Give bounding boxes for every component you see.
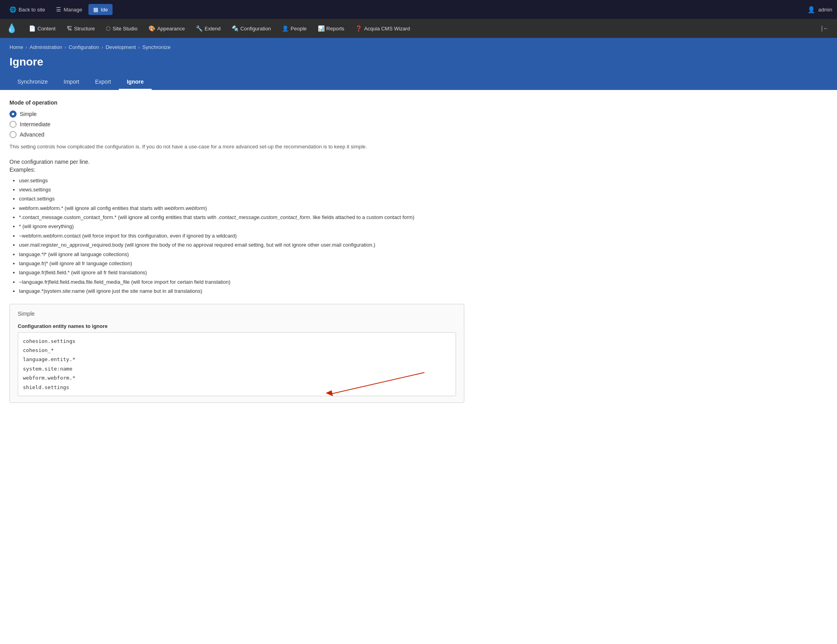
nav-item-reports[interactable]: 📊 Reports: [312, 19, 350, 38]
info-title: One configuration name per line.: [9, 159, 464, 165]
example-2: views.settings: [19, 185, 464, 194]
example-6: * (will ignore everything): [19, 222, 464, 231]
nav-item-acquia[interactable]: ❓ Acquia CMS Wizard: [350, 19, 415, 38]
example-9: language.*l* (will ignore all language c…: [19, 250, 464, 259]
extend-icon: 🔧: [196, 25, 203, 32]
breadcrumb-sep-3: ›: [101, 44, 103, 50]
example-3: contact.settings: [19, 194, 464, 203]
nav-item-configuration[interactable]: 🔩 Configuration: [226, 19, 276, 38]
nav-item-appearance[interactable]: 🎨 Appearance: [143, 19, 190, 38]
mode-radio-group: Simple Intermediate Advanced: [9, 110, 464, 138]
structure-icon: 🏗: [67, 25, 72, 32]
mode-description: This setting controls how complicated th…: [9, 143, 464, 151]
simple-box-title: Simple: [18, 311, 456, 317]
example-11: language.fr|field.field.* (will ignore a…: [19, 268, 464, 277]
example-8: user.mail:register_no_approval_required.…: [19, 240, 464, 249]
radio-advanced[interactable]: Advanced: [9, 131, 464, 138]
info-section: One configuration name per line. Example…: [9, 159, 464, 296]
breadcrumb-home[interactable]: Home: [9, 44, 23, 50]
user-icon: 👤: [807, 6, 815, 13]
examples-list: user.settings views.settings contact.set…: [9, 176, 464, 296]
appearance-icon: 🎨: [148, 25, 155, 32]
breadcrumb-development[interactable]: Development: [105, 44, 136, 50]
nav-collapse-button[interactable]: |←: [816, 25, 834, 32]
tab-export[interactable]: Export: [87, 75, 119, 90]
ide-icon: ▦: [93, 6, 98, 13]
manage-button[interactable]: ☰ Manage: [51, 4, 87, 15]
tab-ignore[interactable]: Ignore: [119, 75, 152, 90]
breadcrumb-sep-1: ›: [26, 44, 27, 50]
info-subtitle: Examples:: [9, 167, 464, 173]
field-label-config-names: Configuration entity names to ignore: [18, 323, 456, 329]
nav-item-people[interactable]: 👤 People: [276, 19, 312, 38]
content-icon: 📄: [29, 25, 36, 32]
site-studio-icon: ⬡: [106, 25, 111, 32]
example-12: ~language.fr|field.field.media.file.fiel…: [19, 277, 464, 286]
reports-icon: 📊: [318, 25, 325, 32]
people-icon: 👤: [282, 25, 289, 32]
breadcrumb-sep-2: ›: [64, 44, 66, 50]
tab-synchronize[interactable]: Synchronize: [9, 75, 56, 90]
radio-circle-intermediate: [9, 121, 17, 128]
nav-item-extend[interactable]: 🔧 Extend: [190, 19, 226, 38]
menu-icon: ☰: [56, 6, 61, 13]
drupal-logo: 💧: [3, 23, 20, 34]
breadcrumb-configuration[interactable]: Configuration: [69, 44, 99, 50]
radio-circle-simple: [9, 110, 17, 118]
config-textarea[interactable]: cohesion.settings cohesion_* language.en…: [18, 332, 456, 396]
example-7: ~webform.webform.contact (will force imp…: [19, 231, 464, 240]
page-title: Ignore: [9, 52, 828, 75]
nav-item-structure[interactable]: 🏗 Structure: [61, 19, 101, 38]
admin-bar-right: 👤 admin: [807, 6, 832, 13]
example-5: *.contact_message.custom_contact_form.* …: [19, 213, 464, 222]
home-icon: 🌐: [9, 6, 16, 13]
radio-label-simple: Simple: [20, 111, 37, 117]
radio-simple[interactable]: Simple: [9, 110, 464, 118]
page-tabs: Synchronize Import Export Ignore: [9, 75, 828, 90]
radio-label-advanced: Advanced: [20, 131, 44, 138]
breadcrumb-synchronize: Synchronize: [142, 44, 171, 50]
admin-bar: 🌐 Back to site ☰ Manage ▦ Ide 👤 admin: [0, 0, 837, 19]
breadcrumb-administration[interactable]: Administration: [30, 44, 62, 50]
main-nav-items: 📄 Content 🏗 Structure ⬡ Site Studio 🎨 Ap…: [23, 19, 415, 38]
simple-box: Simple Configuration entity names to ign…: [9, 304, 464, 403]
mode-of-operation-label: Mode of operation: [9, 99, 464, 106]
breadcrumb: Home › Administration › Configuration › …: [9, 42, 828, 52]
main-nav: 💧 📄 Content 🏗 Structure ⬡ Site Studio 🎨 …: [0, 19, 837, 38]
breadcrumb-sep-4: ›: [138, 44, 140, 50]
radio-circle-advanced: [9, 131, 17, 138]
radio-intermediate[interactable]: Intermediate: [9, 121, 464, 128]
main-content: Mode of operation Simple Intermediate Ad…: [0, 90, 474, 412]
example-1: user.settings: [19, 176, 464, 185]
nav-item-content[interactable]: 📄 Content: [23, 19, 61, 38]
example-13: language.*|system.site:name (will ignore…: [19, 286, 464, 296]
page-header: Home › Administration › Configuration › …: [0, 38, 837, 90]
configuration-icon: 🔩: [232, 25, 238, 32]
admin-bar-left: 🌐 Back to site ☰ Manage ▦ Ide: [5, 4, 113, 15]
example-10: language.fr|* (will ignore all fr langua…: [19, 259, 464, 268]
example-4: webform.webform.* (will ignore all confi…: [19, 204, 464, 213]
acquia-icon: ❓: [355, 25, 362, 32]
textarea-content: cohesion.settings cohesion_* language.en…: [23, 337, 451, 392]
back-to-site-button[interactable]: 🌐 Back to site: [5, 4, 50, 15]
ide-button[interactable]: ▦ Ide: [88, 4, 113, 15]
tab-import[interactable]: Import: [56, 75, 87, 90]
arrow-container: cohesion.settings cohesion_* language.en…: [18, 332, 456, 396]
nav-item-site-studio[interactable]: ⬡ Site Studio: [100, 19, 143, 38]
radio-label-intermediate: Intermediate: [20, 121, 51, 127]
